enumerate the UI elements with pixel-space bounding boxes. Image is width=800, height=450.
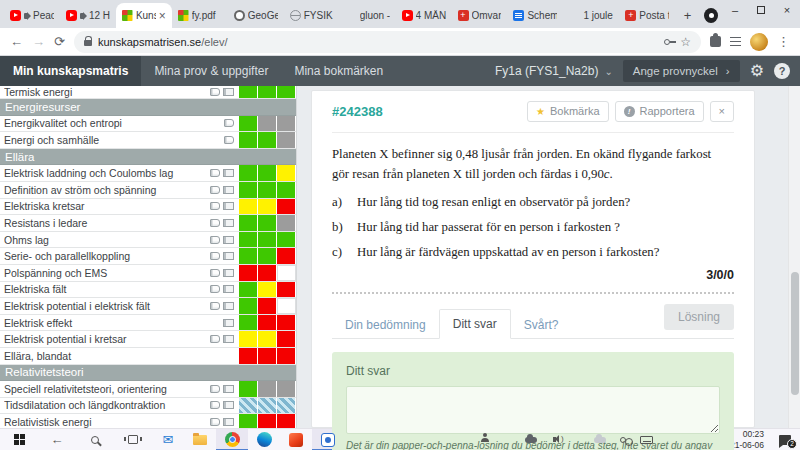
matrix-cell[interactable]	[277, 414, 296, 428]
book-icon[interactable]	[210, 302, 220, 310]
matrix-cell[interactable]	[239, 331, 258, 347]
padlock-icon[interactable]	[84, 40, 92, 46]
book-icon[interactable]	[210, 202, 220, 210]
browser-tab[interactable]: 4 MÅNADE	[396, 3, 452, 28]
matrix-cell[interactable]	[239, 116, 258, 132]
matrix-row[interactable]: Energi och samhälle	[0, 132, 296, 149]
matrix-cell[interactable]	[277, 199, 296, 215]
film-icon[interactable]	[223, 418, 234, 426]
matrix-cell[interactable]	[239, 215, 258, 231]
film-icon[interactable]	[223, 219, 234, 227]
reading-list-icon[interactable]	[730, 37, 741, 46]
browser-tab[interactable]: gluon - Sök	[340, 3, 396, 28]
browser-tab[interactable]: 12 HOU	[60, 3, 116, 28]
matrix-cell[interactable]	[258, 282, 277, 298]
matrix-row[interactable]: Elektrisk effekt	[0, 315, 296, 332]
book-icon[interactable]	[210, 252, 220, 260]
matrix-row[interactable]: Definition av ström och spänning	[0, 182, 296, 199]
edge-app-button[interactable]	[248, 429, 280, 450]
book-icon[interactable]	[210, 236, 220, 244]
forward-icon[interactable]: →	[32, 35, 45, 48]
book-icon[interactable]	[210, 418, 220, 426]
matrix-cell[interactable]	[258, 348, 277, 364]
matrix-row[interactable]: Polspänning och EMS	[0, 265, 296, 282]
film-icon[interactable]	[223, 236, 234, 244]
browser-tab[interactable]: Omvandling	[452, 3, 508, 28]
profile-avatar[interactable]	[750, 33, 768, 51]
matrix-cell[interactable]	[277, 331, 296, 347]
bookmark-star-icon[interactable]: ☆	[680, 36, 691, 48]
matrix-cell[interactable]	[258, 215, 277, 231]
matrix-cell[interactable]	[277, 182, 296, 198]
book-icon[interactable]	[210, 88, 220, 96]
office-app-button[interactable]	[280, 429, 312, 450]
matrix-cell[interactable]	[277, 132, 296, 148]
matrix-cell[interactable]	[239, 282, 258, 298]
matrix-cell[interactable]	[239, 232, 258, 248]
tab-audio-icon[interactable]	[80, 13, 84, 19]
back-icon[interactable]: ←	[10, 35, 23, 48]
matrix-cell[interactable]	[258, 165, 277, 181]
matrix-row[interactable]: Energikvalitet och entropi	[0, 116, 296, 133]
film-icon[interactable]	[223, 319, 234, 327]
browser-tab[interactable]: Posta tråd	[619, 3, 675, 28]
matrix-cell[interactable]	[277, 215, 296, 231]
matrix-cell[interactable]	[258, 398, 277, 414]
close-window-button[interactable]: ×	[774, 0, 800, 20]
tab-ditt-svar[interactable]: Ditt svar	[439, 309, 511, 339]
matrix-row[interactable]: Resistans i ledare	[0, 215, 296, 232]
film-icon[interactable]	[223, 186, 234, 194]
browser-tab[interactable]: GeoGebra C	[228, 3, 284, 28]
answer-textarea[interactable]	[346, 386, 720, 434]
matrix-cell[interactable]	[277, 298, 296, 314]
film-icon[interactable]	[223, 302, 234, 310]
tab-svart[interactable]: Svårt?	[511, 311, 572, 339]
book-icon[interactable]	[210, 186, 220, 194]
tab-din-bedomning[interactable]: Din bedömning	[332, 311, 439, 339]
matrix-cell[interactable]	[258, 248, 277, 264]
taskbar-search-button[interactable]	[76, 429, 114, 450]
course-selector[interactable]: Fy1a (FYS1_Na2b) ⌄	[495, 64, 613, 78]
matrix-row[interactable]: Ellära, blandat	[0, 348, 296, 365]
film-icon[interactable]	[223, 252, 234, 260]
book-icon[interactable]	[210, 219, 220, 227]
book-icon[interactable]	[210, 169, 220, 177]
book-icon[interactable]	[224, 119, 234, 127]
new-tab-button[interactable]: +	[679, 6, 696, 24]
page-scrollbar[interactable]	[788, 86, 800, 428]
book-icon[interactable]	[210, 285, 220, 293]
matrix-cell[interactable]	[277, 381, 296, 397]
minimize-button[interactable]: –	[722, 0, 748, 20]
matrix-row[interactable]: Elektrisk potential i elektrisk fält	[0, 298, 296, 315]
password-key-icon[interactable]	[664, 39, 670, 45]
url-input[interactable]: kunskapsmatrisen.se/elev/ ☆	[74, 31, 701, 53]
film-icon[interactable]	[223, 285, 234, 293]
browser-tab[interactable]: fy.pdf	[172, 3, 228, 28]
mail-app-button[interactable]: ✉	[152, 429, 184, 450]
matrix-cell[interactable]	[277, 398, 296, 414]
browser-tab[interactable]: FYSIK A FO	[284, 3, 340, 28]
browser-tab[interactable]: 1 joule i gra	[563, 3, 619, 28]
browser-tab[interactable]: Schema - G	[507, 3, 563, 28]
matrix-cell[interactable]	[258, 331, 277, 347]
matrix-cell[interactable]	[258, 199, 277, 215]
close-question-button[interactable]: ×	[710, 101, 734, 122]
matrix-cell[interactable]	[239, 381, 258, 397]
chrome-app-button[interactable]	[216, 429, 248, 450]
matrix-cell[interactable]	[239, 165, 258, 181]
tab-close-icon[interactable]: ×	[159, 10, 166, 22]
maximize-button[interactable]	[748, 0, 774, 20]
matrix-row[interactable]: Elektrisk potential i kretsar	[0, 331, 296, 348]
matrix-row[interactable]: Relativistisk energi	[0, 414, 296, 428]
scrollbar-thumb[interactable]	[791, 272, 799, 395]
matrix-cell[interactable]	[258, 116, 277, 132]
reload-icon[interactable]: ⟳	[54, 35, 65, 48]
bookmark-button[interactable]: ★ Bokmärka	[527, 101, 609, 122]
matrix-row[interactable]: Tidsdilatation och längdkontraktion	[0, 398, 296, 415]
book-icon[interactable]	[210, 335, 220, 343]
extensions-icon[interactable]	[710, 36, 721, 47]
tab-audio-icon[interactable]	[24, 13, 28, 19]
matrix-row[interactable]: Speciell relativitetsteori, orientering	[0, 381, 296, 398]
matrix-cell[interactable]	[277, 282, 296, 298]
file-explorer-button[interactable]	[184, 429, 216, 450]
